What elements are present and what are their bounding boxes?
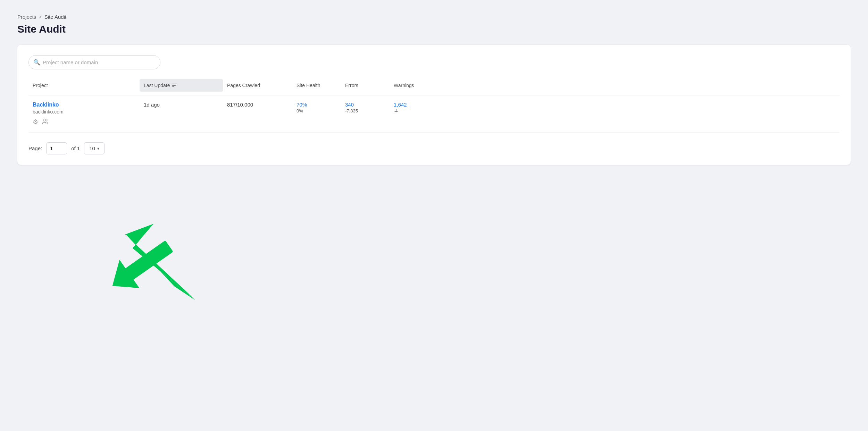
site-health-cell: 70% 0% <box>292 102 341 113</box>
errors-sub: -7,835 <box>345 108 385 113</box>
project-domain: backlinko.com <box>33 109 135 115</box>
col-project: Project <box>28 79 140 92</box>
breadcrumb: Projects > Site Audit <box>17 14 851 20</box>
annotation-arrow <box>98 224 195 300</box>
users-icon[interactable] <box>42 118 49 127</box>
sort-icon <box>172 84 177 87</box>
warnings-cell: 1,642 -4 <box>390 102 438 113</box>
svg-rect-2 <box>120 240 173 284</box>
per-page-select[interactable]: 10 ▾ <box>84 142 105 154</box>
svg-marker-0 <box>98 224 195 300</box>
chevron-down-icon: ▾ <box>97 146 99 151</box>
site-health-sub: 0% <box>297 108 337 113</box>
table-header: Project Last Update Pages Crawled Site H… <box>28 79 840 95</box>
col-site-health: Site Health <box>292 79 341 92</box>
warnings-main: 1,642 <box>394 102 434 108</box>
errors-cell: 340 -7,835 <box>341 102 390 113</box>
breadcrumb-current: Site Audit <box>44 14 66 20</box>
per-page-value: 10 <box>89 145 95 151</box>
last-update-cell: 1d ago <box>140 102 223 108</box>
search-bar: 🔍 <box>28 55 840 69</box>
page-input[interactable] <box>46 142 67 154</box>
col-pages-crawled: Pages Crawled <box>223 79 292 92</box>
settings-icon[interactable]: ⚙ <box>33 118 38 127</box>
breadcrumb-separator: > <box>39 14 42 19</box>
svg-marker-1 <box>133 224 195 300</box>
pagination: Page: of 1 10 ▾ <box>28 142 840 154</box>
pages-crawled-cell: 817/10,000 <box>223 102 292 108</box>
main-card: 🔍 Project Last Update Pages Crawled Site… <box>17 45 851 165</box>
search-input[interactable] <box>28 55 160 69</box>
page-of: of 1 <box>71 145 80 151</box>
site-health-main: 70% <box>297 102 337 108</box>
svg-point-4 <box>43 119 45 121</box>
warnings-sub: -4 <box>394 108 434 113</box>
search-wrapper: 🔍 <box>28 55 160 69</box>
project-cell: Backlinko backlinko.com ⚙ <box>28 102 140 127</box>
table-row: Backlinko backlinko.com ⚙ 1d ago 81 <box>28 95 840 133</box>
project-actions: ⚙ <box>33 118 135 127</box>
projects-table: Project Last Update Pages Crawled Site H… <box>28 79 840 133</box>
col-warnings: Warnings <box>390 79 438 92</box>
col-errors: Errors <box>341 79 390 92</box>
project-name[interactable]: Backlinko <box>33 102 135 108</box>
page-title: Site Audit <box>17 23 851 35</box>
page-label: Page: <box>28 145 42 151</box>
breadcrumb-parent[interactable]: Projects <box>17 14 36 20</box>
col-last-update[interactable]: Last Update <box>140 79 223 92</box>
svg-marker-3 <box>102 260 140 300</box>
errors-main: 340 <box>345 102 385 108</box>
